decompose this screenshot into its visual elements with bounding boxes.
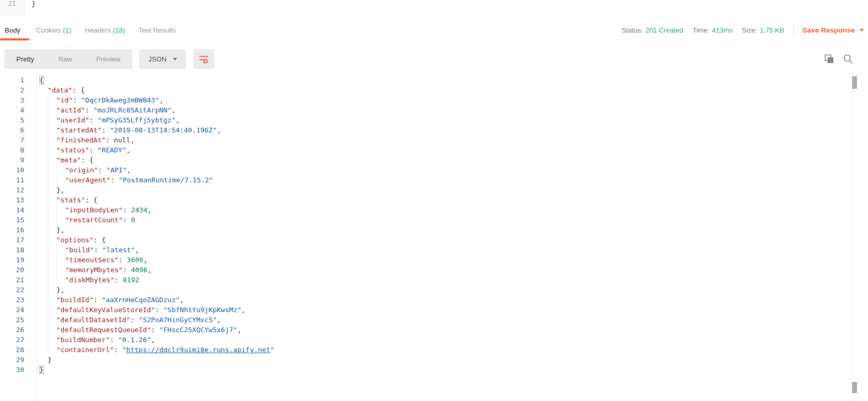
tab-cookies[interactable]: Cookies (1): [29, 16, 78, 44]
indent-guide: [39, 315, 48, 325]
tab-headers-count: (18): [113, 26, 125, 34]
code-token: :: [101, 126, 110, 134]
indent-guide: [48, 225, 57, 235]
line-number: 21: [0, 0, 16, 8]
code-token: ,: [171, 106, 175, 114]
tab-test-results-label: Test Results: [139, 26, 176, 34]
code-token: :: [106, 136, 114, 144]
container-url-link[interactable]: https://dqclr9uimi8e.runs.apify.net: [126, 346, 270, 354]
code-token: "S2PoA7HinGyCYMxc5": [139, 316, 217, 324]
indent-guide: [39, 85, 48, 95]
scrollbar-thumb[interactable]: [852, 382, 857, 393]
code-line: "status": "READY",: [39, 145, 851, 155]
copy-response-button[interactable]: [824, 54, 834, 64]
code-token: "SbfNhtYu9jKpKwsMz": [163, 306, 242, 314]
line-number: 3: [0, 95, 36, 105]
view-mode-raw[interactable]: Raw: [46, 49, 84, 69]
code-line: "diskMbytes": 8192: [39, 275, 851, 285]
line-number: 11: [0, 175, 36, 185]
response-body-json-viewer[interactable]: 1234567891011121314151617181920212223242…: [0, 74, 868, 401]
status-divider: [793, 24, 794, 37]
code-line: "actId": "moJRLRc85AitArpNN",: [39, 105, 851, 115]
line-number: 22: [0, 285, 36, 295]
indent-guide: [48, 145, 57, 155]
code-line: "memoryMbytes": 4096,: [39, 265, 851, 275]
code-token: "API": [106, 166, 127, 174]
line-number: 20: [0, 265, 36, 275]
gutter: 1234567891011121314151617181920212223242…: [0, 74, 37, 401]
line-number: 29: [0, 355, 36, 365]
indent-guide: [48, 175, 57, 185]
indent-guide: [48, 305, 57, 315]
line-number: 28: [0, 345, 36, 355]
line-number: 23: [0, 295, 36, 305]
code-token: },: [56, 226, 65, 234]
indent-guide: [48, 165, 57, 175]
format-select[interactable]: JSON: [139, 49, 186, 69]
line-number: 1: [0, 75, 36, 85]
view-mode-pretty[interactable]: Pretty: [4, 49, 46, 69]
code-token: :: [123, 206, 131, 214]
indent-guide: [48, 265, 57, 275]
code-token: "data": [48, 86, 73, 94]
indent-guide: [48, 185, 57, 195]
code-token: ,: [217, 126, 221, 134]
view-mode-switch: Pretty Raw Preview: [4, 49, 132, 69]
indent-guide: [39, 205, 48, 215]
indent-guide: [48, 205, 57, 215]
request-body-editor[interactable]: 21 }: [0, 0, 868, 17]
line-number: 24: [0, 305, 36, 315]
tab-headers-label: Headers: [85, 26, 111, 34]
search-icon: [843, 54, 853, 64]
code-token: ,: [159, 96, 163, 104]
response-tabs: Body Cookies (1) Headers (18) Test Resul…: [0, 16, 183, 44]
code-token: "buildNumber": [56, 336, 110, 344]
code-token: ,: [151, 336, 155, 344]
indent-guide: [39, 225, 48, 235]
code-token: ,: [180, 296, 184, 304]
code-token: "restartCount": [65, 216, 123, 224]
line-number: 17: [0, 235, 36, 245]
code-line: "containerUrl": "https://dqclr9uimi8e.ru…: [39, 345, 851, 355]
code-token: }: [48, 356, 52, 364]
code-token: "defaultDatasetId": [56, 316, 130, 324]
wrap-text-button[interactable]: [193, 49, 214, 69]
code-token: null: [114, 136, 130, 144]
scrollbar-thumb[interactable]: [852, 76, 857, 89]
request-editor-code: }: [32, 0, 868, 8]
code-token: ,: [127, 166, 131, 174]
vertical-scrollbar[interactable]: [852, 74, 857, 401]
indent-guide: [39, 305, 48, 315]
line-number: 15: [0, 215, 36, 225]
code-token: :: [151, 326, 159, 334]
view-mode-preview[interactable]: Preview: [84, 49, 132, 69]
code-token: "startedAt": [56, 126, 101, 134]
code-line: "userAgent": "PostmanRuntime/7.15.2": [39, 175, 851, 185]
indent-guide: [48, 255, 57, 265]
line-number: 30: [0, 365, 36, 375]
save-response-button[interactable]: Save Response: [801, 26, 865, 34]
code-token: ,: [217, 316, 221, 324]
code-token: {: [89, 156, 94, 164]
code-token: "aaXrnHeCqoZAGDzuz": [101, 296, 180, 304]
tab-body[interactable]: Body: [0, 16, 29, 44]
search-response-button[interactable]: [843, 54, 853, 64]
tab-headers[interactable]: Headers (18): [78, 16, 132, 44]
tab-test-results[interactable]: Test Results: [132, 16, 183, 44]
indent-guide: [48, 285, 57, 295]
code-token: "READY": [98, 146, 127, 154]
code-token: ,: [143, 256, 148, 264]
time-label: Time:: [693, 26, 709, 34]
line-number: 5: [0, 115, 36, 125]
code-token: :: [89, 116, 98, 124]
code-token: 4096: [131, 266, 147, 274]
indent-guide: [39, 355, 48, 365]
save-response-label: Save Response: [802, 26, 855, 34]
code-token: }: [39, 366, 44, 374]
indent-guide: [39, 245, 48, 255]
code-line: "id": "DqcrDkAwegJmBWB43",: [39, 95, 851, 105]
tab-cookies-count: (1): [63, 26, 71, 34]
code-line: },: [39, 225, 851, 235]
code-line: "timeoutSecs": 3600,: [39, 255, 851, 265]
code-token: :: [85, 106, 94, 114]
